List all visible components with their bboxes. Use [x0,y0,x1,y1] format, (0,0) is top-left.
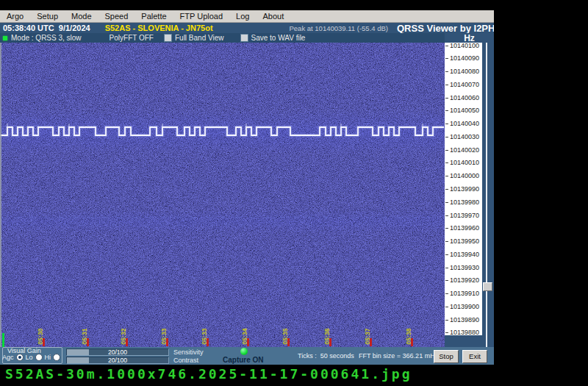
menu-item-log[interactable]: Log [229,12,256,21]
menu-item-speed[interactable]: Speed [98,12,135,21]
gain-option-label-agc: Agc [2,354,14,361]
waterfall-left-edge [0,43,1,347]
waterfall-display: 05:3005:3105:3205:3305:3305:3405:3505:36… [0,43,445,347]
sensitivity-label: Sensitivity [173,349,204,356]
save-to-wav-label: Save to WAV file [251,34,306,42]
gain-option-label-hi: Hi [45,354,51,361]
time-tick-mark [207,338,209,346]
freq-tick-label: 10139890 [450,316,479,324]
stop-button[interactable]: Stop [434,350,459,363]
freq-tick-mark [445,268,448,268]
time-tick-mark [287,338,290,346]
time-tick-mark [247,338,249,346]
freq-tick-label: 10140090 [450,54,479,62]
scrollbar-track[interactable] [486,43,487,347]
gain-radio-hi[interactable] [53,354,60,361]
time-tick-mark [87,338,89,346]
freq-tick-label: 10139990 [450,185,479,193]
hz-unit-label: Hz [445,33,494,43]
freq-tick-label: 10139880 [450,329,479,335]
freq-tick-label: 10140000 [450,172,479,179]
run-led-icon [3,36,7,40]
freq-tick-label: 10139930 [450,264,479,271]
contrast-slider[interactable]: 20/100 [66,357,169,364]
sensitivity-value: 20/100 [67,349,168,356]
freq-tick-label: 10140080 [450,68,479,75]
status-bar: 05:38:40 UTC 9/1/2024 S52AS - SLOVENIA -… [0,23,494,33]
sensitivity-slider[interactable]: 20/100 [66,349,169,356]
freq-tick-mark [445,85,448,85]
input-level-indicator [2,333,4,347]
menu-item-about[interactable]: About [256,12,290,21]
menu-bar: ArgoSetupModeSpeedPaletteFTP UploadLogAb… [0,10,494,23]
capture-status: Capture ON [223,356,264,364]
time-tick-mark [126,338,128,346]
capture-filename: S52AS-30m.1000x746.2025-11-17-000641.jpg [5,366,412,382]
gain-radio-lo[interactable] [35,354,43,361]
ticks-interval-readout: Ticks : 50 seconds [298,352,354,360]
freq-tick-mark [445,332,448,333]
freq-tick-mark [445,202,448,203]
menu-item-ftp-upload[interactable]: FTP Upload [173,12,230,21]
time-tick-mark [166,338,168,346]
mode-bar: Mode : QRSS 3, slow PolyFFT OFF Full Ban… [0,33,445,43]
station-callsign: S52AS - SLOVENIA - JN75ot [105,24,213,32]
full-band-view-checkbox[interactable] [164,34,172,42]
frequency-scrollbar[interactable] [482,43,494,347]
freq-tick-label: 10140060 [450,94,479,101]
time-tick-mark [43,338,45,346]
gain-radio-agc[interactable] [16,354,24,361]
menu-item-argo[interactable]: Argo [0,12,30,21]
time-tick-mark [329,338,331,346]
menu-item-mode[interactable]: Mode [65,12,98,21]
freq-tick-mark [445,254,448,255]
freq-tick-label: 10139960 [450,224,479,232]
control-bar: Visual Gain AgcLoHi 20/100 20/100 Sensit… [0,347,494,365]
freq-tick-mark [445,228,448,229]
save-to-wav-checkbox[interactable] [240,34,248,42]
freq-tick-mark [445,137,448,137]
fft-bin-size-readout: FFT bin size = 366.21 mHz [359,352,438,360]
freq-tick-mark [445,241,448,242]
peak-readout: Peak at 10140039.11 (-55.4 dB) [289,24,388,32]
freq-tick-mark [445,307,448,307]
menu-item-palette[interactable]: Palette [135,12,173,21]
clock-utc: 05:38:40 UTC 9/1/2024 [3,24,90,32]
freq-tick-label: 10140050 [450,107,479,114]
freq-tick-label: 10140030 [450,133,479,140]
gain-option-label-lo: Lo [26,354,33,361]
freq-tick-label: 10139970 [450,212,479,219]
freq-tick-label: 10139910 [450,290,479,297]
freq-tick-mark [445,46,448,46]
time-tick-mark [411,338,413,346]
freq-tick-mark [445,215,448,216]
freq-tick-label: 10139980 [450,199,479,206]
freq-tick-label: 10139920 [450,276,479,284]
contrast-value: 20/100 [67,357,168,364]
freq-tick-mark [445,124,448,124]
freq-tick-label: 10140010 [450,159,479,166]
freq-tick-mark [445,71,448,72]
freq-tick-mark [445,176,448,176]
freq-tick-mark [445,58,448,59]
full-band-view-label: Full Band View [175,34,224,42]
exit-button[interactable]: Exit [462,350,487,363]
time-tick-mark [370,338,372,346]
menu-item-setup[interactable]: Setup [30,12,65,21]
app-title: QRSS Viewer by I2PHD [397,23,494,34]
contrast-label: Contrast [173,357,198,364]
mode-readout: Mode : QRSS 3, slow [11,34,82,42]
freq-tick-mark [445,110,448,111]
freq-tick-mark [445,98,448,99]
freq-tick-label: 10140070 [450,81,479,88]
argo-window: ArgoSetupModeSpeedPaletteFTP UploadLogAb… [0,10,494,364]
freq-tick-label: 10140100 [450,43,479,49]
capture-led-icon [240,348,248,355]
freq-tick-mark [445,280,448,281]
freq-tick-label: 10140020 [450,146,479,154]
scrollbar-thumb[interactable] [483,282,492,291]
polyfft-status: PolyFFT OFF [110,34,154,42]
freq-tick-mark [445,162,448,163]
freq-tick-mark [445,293,448,294]
frequency-scale: 1014010010140090101400801014007010140060… [445,43,482,335]
